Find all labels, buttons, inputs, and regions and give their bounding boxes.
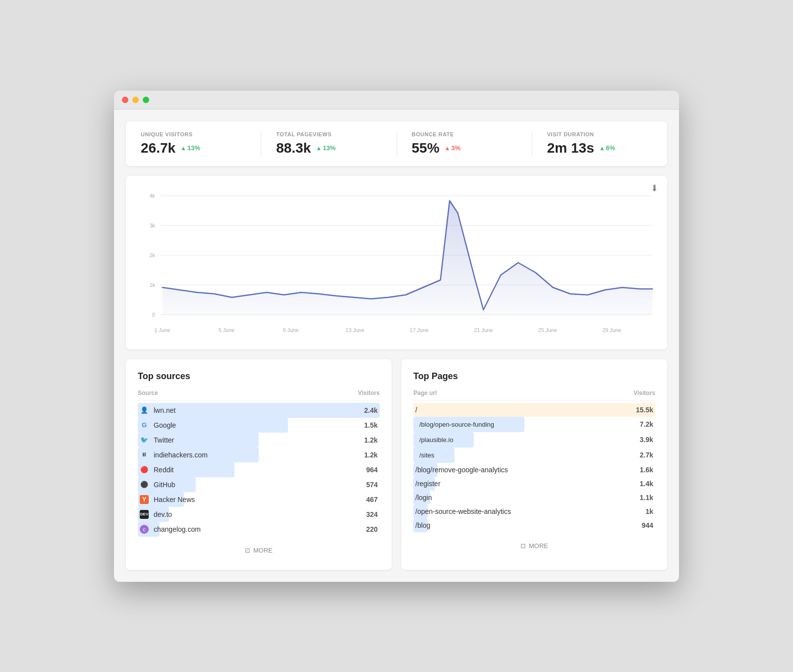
page-url: /blog/remove-google-analytics xyxy=(415,466,508,474)
list-item[interactable]: ⚫ GitHub 574 xyxy=(138,477,380,492)
svg-text:4k: 4k xyxy=(150,192,156,198)
top-pages-header: Page url Visitors xyxy=(413,390,655,401)
svg-text:17 June: 17 June xyxy=(410,327,429,333)
list-item[interactable]: G Google 1.5k xyxy=(138,418,380,433)
titlebar xyxy=(114,91,679,110)
minimize-button[interactable] xyxy=(132,97,139,103)
up-arrow-icon: ▲ xyxy=(599,145,605,152)
svg-text:2k: 2k xyxy=(150,252,156,258)
top-pages-title: Top Pages xyxy=(413,371,655,382)
up-arrow-icon: ▲ xyxy=(445,145,451,152)
stats-bar: UNIQUE VISITORS 26.7k ▲ 13% TOTAL PAGEVI… xyxy=(126,121,667,166)
svg-text:9 June: 9 June xyxy=(283,327,299,333)
list-item[interactable]: /plausible.io 3.9k xyxy=(413,432,655,448)
stat-unique-visitors: UNIQUE VISITORS 26.7k ▲ 13% xyxy=(141,131,261,156)
list-item[interactable]: c changelog.com 220 xyxy=(138,522,380,537)
source-name: 🐦 Twitter xyxy=(140,436,174,445)
list-item[interactable]: DEV dev.to 324 xyxy=(138,507,380,522)
list-item[interactable]: Y Hacker News 467 xyxy=(138,492,380,507)
stat-unique-visitors-value: 26.7k xyxy=(141,140,175,156)
svg-text:0: 0 xyxy=(152,311,155,317)
svg-text:1k: 1k xyxy=(150,281,156,287)
visitors-chart: 4k 3k 2k 1k 0 1 June 5 June 9 June 13 Ju… xyxy=(136,186,657,344)
reddit-icon: 🔴 xyxy=(140,465,149,474)
stat-bounce-rate: BOUNCE RATE 55% ▲ 3% xyxy=(412,131,532,156)
page-visitors-label: Visitors xyxy=(633,390,655,396)
page-url: /register xyxy=(415,480,441,488)
source-name: Y Hacker News xyxy=(140,495,195,504)
page-url: /plausible.io xyxy=(415,435,457,445)
maximize-button[interactable] xyxy=(143,97,149,103)
lwn-icon: 👤 xyxy=(140,406,149,415)
stat-bounce-rate-value: 55% xyxy=(412,140,440,156)
page-url: /blog/open-source-funding xyxy=(415,420,498,429)
page-url: /open-source-website-analytics xyxy=(415,507,511,515)
list-item[interactable]: /register 1.4k xyxy=(413,477,655,491)
page-url: / xyxy=(415,406,417,414)
list-item[interactable]: /blog/remove-google-analytics 1.6k xyxy=(413,463,655,477)
close-button[interactable] xyxy=(122,97,128,103)
stat-visit-duration-label: VISIT DURATION xyxy=(547,131,652,137)
page-url: /sites xyxy=(415,450,438,460)
list-item[interactable]: ⅡI indiehackers.com 1.2k xyxy=(138,448,380,462)
stat-total-pageviews-value: 88.3k xyxy=(276,140,311,156)
source-name: 🔴 Reddit xyxy=(140,465,173,474)
chart-card: ⬇ 4k 3k xyxy=(126,176,667,349)
sources-more-button[interactable]: ⊡ MORE xyxy=(138,543,380,558)
list-item[interactable]: /open-source-website-analytics 1k xyxy=(413,504,655,518)
svg-text:29 June: 29 June xyxy=(602,327,621,333)
svg-text:5 June: 5 June xyxy=(219,327,234,333)
list-item[interactable]: /blog 944 xyxy=(413,518,655,532)
source-name: ⅡI indiehackers.com xyxy=(140,450,208,459)
stat-visit-duration-change: ▲ 6% xyxy=(599,144,616,152)
stat-bounce-rate-change: ▲ 3% xyxy=(445,144,461,152)
page-url: /blog xyxy=(415,521,430,529)
source-name: 👤 lwn.net xyxy=(140,406,175,415)
list-item[interactable]: 👤 lwn.net 2.4k xyxy=(138,403,380,418)
list-item[interactable]: /blog/open-source-funding 7.2k xyxy=(413,417,655,432)
top-sources-header: Source Visitors xyxy=(138,390,380,401)
more-icon: ⊡ xyxy=(520,542,526,550)
list-item[interactable]: / 15.5k xyxy=(413,403,655,417)
twitter-icon: 🐦 xyxy=(140,436,149,445)
google-icon: G xyxy=(140,421,149,430)
more-icon: ⊡ xyxy=(245,547,250,554)
chart-container: 4k 3k 2k 1k 0 1 June 5 June 9 June 13 Ju… xyxy=(136,186,657,344)
source-name: DEV dev.to xyxy=(140,510,172,519)
svg-text:21 June: 21 June xyxy=(474,327,493,333)
stat-total-pageviews-label: TOTAL PAGEVIEWS xyxy=(276,131,381,137)
stat-visit-duration: VISIT DURATION 2m 13s ▲ 6% xyxy=(547,131,652,156)
page-content: UNIQUE VISITORS 26.7k ▲ 13% TOTAL PAGEVI… xyxy=(114,110,679,582)
bottom-row: Top sources Source Visitors 👤 lwn.net 2.… xyxy=(126,359,667,570)
top-sources-card: Top sources Source Visitors 👤 lwn.net 2.… xyxy=(126,359,392,570)
stat-total-pageviews-change: ▲ 13% xyxy=(316,144,336,152)
source-name: G Google xyxy=(140,421,176,430)
github-icon: ⚫ xyxy=(140,480,149,489)
main-window: UNIQUE VISITORS 26.7k ▲ 13% TOTAL PAGEVI… xyxy=(114,91,679,582)
list-item[interactable]: /login 1.1k xyxy=(413,491,655,504)
svg-text:25 June: 25 June xyxy=(538,327,557,333)
stat-unique-visitors-change: ▲ 13% xyxy=(180,144,200,152)
stat-total-pageviews: TOTAL PAGEVIEWS 88.3k ▲ 13% xyxy=(276,131,396,156)
hackernews-icon: Y xyxy=(140,495,149,504)
list-item[interactable]: 🐦 Twitter 1.2k xyxy=(138,433,380,448)
svg-text:13 June: 13 June xyxy=(345,327,364,333)
source-col-label: Source xyxy=(138,390,158,396)
list-item[interactable]: 🔴 Reddit 964 xyxy=(138,462,380,477)
up-arrow-icon: ▲ xyxy=(180,145,186,152)
page-col-label: Page url xyxy=(413,390,437,396)
stat-bounce-rate-label: BOUNCE RATE xyxy=(412,131,517,137)
svg-text:1 June: 1 June xyxy=(155,327,170,333)
changelog-icon: c xyxy=(140,525,149,534)
stat-visit-duration-value: 2m 13s xyxy=(547,140,594,156)
pages-more-button[interactable]: ⊡ MORE xyxy=(413,538,655,554)
page-url: /login xyxy=(415,494,432,502)
up-arrow-icon: ▲ xyxy=(316,145,322,152)
stat-unique-visitors-label: UNIQUE VISITORS xyxy=(141,131,246,137)
list-item[interactable]: /sites 2.7k xyxy=(413,448,655,463)
source-name: c changelog.com xyxy=(140,525,201,534)
indiehackers-icon: ⅡI xyxy=(140,450,149,459)
source-visitors-label: Visitors xyxy=(358,390,380,396)
devto-icon: DEV xyxy=(140,510,149,519)
top-sources-title: Top sources xyxy=(138,371,380,382)
